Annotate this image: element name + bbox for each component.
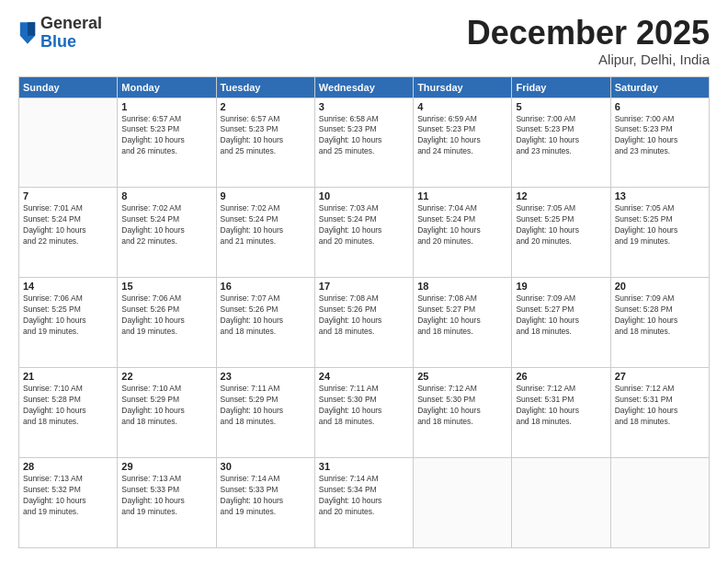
day-number: 17 (319, 281, 409, 292)
day-number: 30 (221, 461, 311, 472)
day-number: 7 (23, 190, 113, 201)
col-monday: Monday (118, 76, 216, 98)
day-number: 6 (615, 101, 705, 112)
table-cell: 21Sunrise: 7:10 AMSunset: 5:28 PMDayligh… (19, 368, 118, 458)
day-info: Sunrise: 7:05 AMSunset: 5:25 PMDaylight:… (516, 203, 606, 247)
day-number: 29 (121, 461, 211, 472)
location-subtitle: Alipur, Delhi, India (467, 52, 710, 67)
table-cell (414, 458, 512, 548)
logo: General Blue (18, 15, 102, 52)
day-info: Sunrise: 7:08 AMSunset: 5:27 PMDaylight:… (417, 293, 507, 338)
day-number: 10 (319, 190, 409, 201)
day-info: Sunrise: 7:05 AMSunset: 5:25 PMDaylight:… (615, 203, 705, 247)
day-number: 1 (121, 101, 211, 112)
day-info: Sunrise: 7:09 AMSunset: 5:28 PMDaylight:… (615, 293, 705, 338)
table-cell: 17Sunrise: 7:08 AMSunset: 5:26 PMDayligh… (314, 278, 413, 368)
day-number: 21 (23, 371, 113, 382)
page: General Blue December 2025 Alipur, Delhi… (0, 0, 728, 563)
table-cell (19, 98, 118, 188)
day-info: Sunrise: 7:01 AMSunset: 5:24 PMDaylight:… (23, 203, 113, 247)
table-cell: 24Sunrise: 7:11 AMSunset: 5:30 PMDayligh… (314, 368, 413, 458)
svg-marker-1 (28, 22, 35, 36)
day-number: 27 (615, 371, 705, 382)
day-number: 13 (615, 190, 705, 201)
day-number: 8 (121, 190, 211, 201)
day-info: Sunrise: 7:13 AMSunset: 5:32 PMDaylight:… (23, 474, 113, 518)
day-info: Sunrise: 7:00 AMSunset: 5:23 PMDaylight:… (516, 114, 606, 158)
day-number: 25 (417, 371, 507, 382)
day-number: 11 (417, 190, 507, 201)
logo-text: General Blue (40, 15, 102, 52)
week-row-1: 1Sunrise: 6:57 AMSunset: 5:23 PMDaylight… (19, 98, 710, 188)
table-cell (610, 458, 709, 548)
table-cell: 29Sunrise: 7:13 AMSunset: 5:33 PMDayligh… (118, 458, 216, 548)
day-info: Sunrise: 7:00 AMSunset: 5:23 PMDaylight:… (615, 114, 705, 158)
table-cell: 6Sunrise: 7:00 AMSunset: 5:23 PMDaylight… (610, 98, 709, 188)
day-info: Sunrise: 7:07 AMSunset: 5:26 PMDaylight:… (221, 293, 311, 338)
day-info: Sunrise: 7:10 AMSunset: 5:29 PMDaylight:… (121, 384, 211, 428)
day-info: Sunrise: 7:09 AMSunset: 5:27 PMDaylight:… (516, 293, 606, 338)
day-info: Sunrise: 7:08 AMSunset: 5:26 PMDaylight:… (319, 293, 409, 338)
day-number: 18 (417, 281, 507, 292)
header: General Blue December 2025 Alipur, Delhi… (18, 15, 710, 67)
day-number: 24 (319, 371, 409, 382)
table-cell: 20Sunrise: 7:09 AMSunset: 5:28 PMDayligh… (610, 278, 709, 368)
day-number: 31 (319, 461, 409, 472)
table-cell: 7Sunrise: 7:01 AMSunset: 5:24 PMDaylight… (19, 188, 118, 278)
day-number: 19 (516, 281, 606, 292)
table-cell: 27Sunrise: 7:12 AMSunset: 5:31 PMDayligh… (610, 368, 709, 458)
table-cell: 14Sunrise: 7:06 AMSunset: 5:25 PMDayligh… (19, 278, 118, 368)
day-info: Sunrise: 6:59 AMSunset: 5:23 PMDaylight:… (417, 114, 507, 158)
day-info: Sunrise: 7:02 AMSunset: 5:24 PMDaylight:… (121, 203, 211, 247)
day-number: 12 (516, 190, 606, 201)
table-cell: 30Sunrise: 7:14 AMSunset: 5:33 PMDayligh… (216, 458, 314, 548)
day-info: Sunrise: 7:11 AMSunset: 5:30 PMDaylight:… (319, 384, 409, 428)
logo-blue-text: Blue (40, 33, 102, 52)
day-info: Sunrise: 6:57 AMSunset: 5:23 PMDaylight:… (221, 114, 311, 158)
day-number: 23 (221, 371, 311, 382)
table-cell: 10Sunrise: 7:03 AMSunset: 5:24 PMDayligh… (314, 188, 413, 278)
day-number: 14 (23, 281, 113, 292)
table-cell: 18Sunrise: 7:08 AMSunset: 5:27 PMDayligh… (414, 278, 512, 368)
day-number: 22 (121, 371, 211, 382)
col-sunday: Sunday (19, 76, 118, 98)
week-row-4: 21Sunrise: 7:10 AMSunset: 5:28 PMDayligh… (19, 368, 710, 458)
week-row-3: 14Sunrise: 7:06 AMSunset: 5:25 PMDayligh… (19, 278, 710, 368)
day-info: Sunrise: 7:12 AMSunset: 5:31 PMDaylight:… (615, 384, 705, 428)
table-cell: 4Sunrise: 6:59 AMSunset: 5:23 PMDaylight… (414, 98, 512, 188)
col-friday: Friday (512, 76, 610, 98)
day-number: 4 (417, 101, 507, 112)
table-cell: 3Sunrise: 6:58 AMSunset: 5:23 PMDaylight… (314, 98, 413, 188)
day-info: Sunrise: 7:03 AMSunset: 5:24 PMDaylight:… (319, 203, 409, 247)
day-number: 20 (615, 281, 705, 292)
table-cell: 11Sunrise: 7:04 AMSunset: 5:24 PMDayligh… (414, 188, 512, 278)
table-cell: 13Sunrise: 7:05 AMSunset: 5:25 PMDayligh… (610, 188, 709, 278)
day-number: 9 (221, 190, 311, 201)
calendar-table: Sunday Monday Tuesday Wednesday Thursday… (18, 76, 710, 548)
day-info: Sunrise: 7:13 AMSunset: 5:33 PMDaylight:… (121, 474, 211, 518)
day-info: Sunrise: 7:14 AMSunset: 5:34 PMDaylight:… (319, 474, 409, 518)
calendar-header-row: Sunday Monday Tuesday Wednesday Thursday… (19, 76, 710, 98)
col-tuesday: Tuesday (216, 76, 314, 98)
title-block: December 2025 Alipur, Delhi, India (467, 15, 710, 67)
month-title: December 2025 (467, 15, 710, 52)
day-number: 26 (516, 371, 606, 382)
table-cell: 22Sunrise: 7:10 AMSunset: 5:29 PMDayligh… (118, 368, 216, 458)
day-info: Sunrise: 7:10 AMSunset: 5:28 PMDaylight:… (23, 384, 113, 428)
table-cell: 23Sunrise: 7:11 AMSunset: 5:29 PMDayligh… (216, 368, 314, 458)
day-info: Sunrise: 7:11 AMSunset: 5:29 PMDaylight:… (221, 384, 311, 428)
logo-icon (18, 20, 37, 46)
day-info: Sunrise: 7:06 AMSunset: 5:25 PMDaylight:… (23, 293, 113, 338)
table-cell: 19Sunrise: 7:09 AMSunset: 5:27 PMDayligh… (512, 278, 610, 368)
day-info: Sunrise: 7:12 AMSunset: 5:30 PMDaylight:… (417, 384, 507, 428)
day-info: Sunrise: 7:12 AMSunset: 5:31 PMDaylight:… (516, 384, 606, 428)
table-cell: 8Sunrise: 7:02 AMSunset: 5:24 PMDaylight… (118, 188, 216, 278)
day-info: Sunrise: 6:58 AMSunset: 5:23 PMDaylight:… (319, 114, 409, 158)
week-row-5: 28Sunrise: 7:13 AMSunset: 5:32 PMDayligh… (19, 458, 710, 548)
day-number: 3 (319, 101, 409, 112)
col-thursday: Thursday (414, 76, 512, 98)
table-cell: 5Sunrise: 7:00 AMSunset: 5:23 PMDaylight… (512, 98, 610, 188)
col-wednesday: Wednesday (314, 76, 413, 98)
table-cell: 31Sunrise: 7:14 AMSunset: 5:34 PMDayligh… (314, 458, 413, 548)
table-cell: 2Sunrise: 6:57 AMSunset: 5:23 PMDaylight… (216, 98, 314, 188)
